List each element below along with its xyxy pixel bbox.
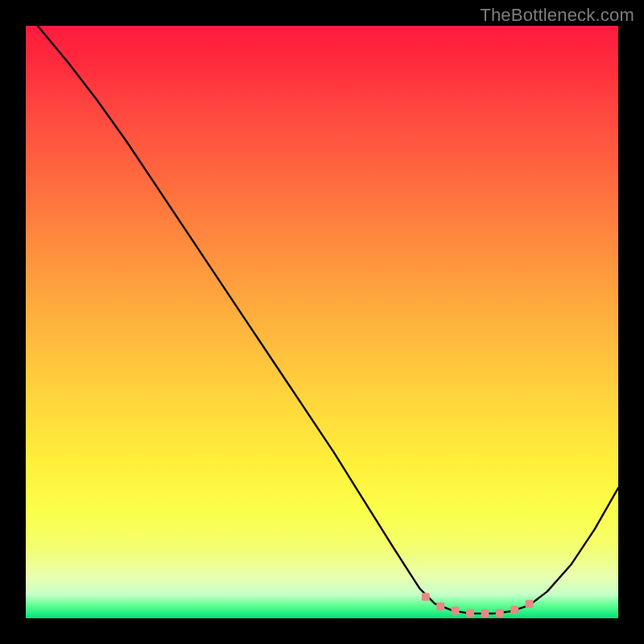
bottleneck-curve-svg xyxy=(26,26,618,618)
trough-marker xyxy=(422,593,430,601)
trough-marker xyxy=(436,602,444,610)
watermark-text: TheBottleneck.com xyxy=(480,5,634,26)
trough-marker xyxy=(526,600,534,608)
trough-marker xyxy=(452,606,460,614)
trough-marker xyxy=(466,609,474,617)
chart-frame: TheBottleneck.com xyxy=(0,0,644,644)
trough-marker xyxy=(481,609,489,617)
trough-marker xyxy=(496,609,504,617)
bottleneck-curve xyxy=(38,26,618,613)
trough-marker xyxy=(510,606,518,614)
bottleneck-plot-area xyxy=(26,26,618,618)
